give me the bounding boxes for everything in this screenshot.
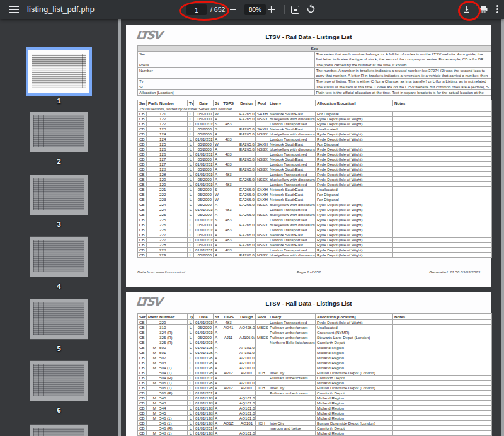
table-row: CB325 (R)L05/2000AAJ11AJ106.0AMBCSPullma… — [138, 335, 492, 340]
table-row: CB546 (1)L01/01/1989AAQ1ZAQ101ICHInterCi… — [138, 421, 492, 426]
table-header-row: SerPrefixNumberTyDateStTOPSDesignPoolLiv… — [138, 100, 492, 106]
more-options-button[interactable] — [495, 5, 500, 14]
main-scrollbar[interactable] — [501, 19, 504, 436]
zoom-in-button[interactable] — [267, 5, 276, 14]
rotate-icon — [306, 4, 316, 14]
key-table-header: Key — [138, 46, 491, 52]
table-row: CB324 (R)L01/01/2019APullman umber/cream… — [138, 330, 492, 335]
thumbnail-label: 3 — [30, 221, 88, 228]
table-row: CB546 (R)L01/01/2019Amaroon and beigeCar… — [138, 426, 492, 431]
key-row: SerThe series that each number belongs t… — [138, 52, 491, 62]
thumbnail-page-1[interactable] — [26, 47, 92, 96]
download-icon — [462, 5, 471, 14]
table-row: CB226L05/2000AEA266.0ANSSXblue/yellow wi… — [138, 222, 492, 227]
table-row: CBM548 (1)L01/01/1982AAQ101.0AMidland Re… — [138, 431, 492, 436]
table-row: CB129L05/2000AEA265.0ANSSXblue/yellow wi… — [138, 177, 492, 182]
menu-icon[interactable] — [9, 6, 19, 13]
thumbnail-page-6[interactable] — [30, 360, 88, 401]
thumbnail-page-3[interactable] — [30, 175, 88, 215]
thumbnail-page-image — [30, 175, 88, 215]
table-header-row: SerPrefixNumberTyDateStTOPSDesignPoolLiv… — [138, 314, 492, 320]
table-row: CB129L01/01/2019A483London Transport red… — [138, 182, 492, 187]
table-row: CB126L01/01/2019A483London Transport red… — [138, 152, 492, 157]
pdf-page-2: LTSV LTSV - Rail Data - Listings List Se… — [126, 292, 491, 436]
table-row: CB506 (R)L01/01/2019APullman umber/cream… — [138, 391, 492, 396]
thumbnail-page-image — [30, 236, 88, 277]
table-row: CB504 (1)L01/01/1989AAP1ZAP101ICHInterCi… — [138, 370, 492, 376]
table-row: CB229L01/01/2019A483London Transport red… — [138, 320, 492, 325]
thumbnail-page-7[interactable] — [30, 424, 88, 436]
pdf-viewer-toolbar: listing_list_pdf.php / 652 80% — [0, 0, 504, 19]
page-number-input[interactable] — [186, 4, 207, 15]
table-row: CB325 (R)L01/01/2019ANorthern Belle lake… — [138, 340, 492, 345]
zoom-level-value[interactable]: 80% — [244, 4, 266, 15]
fit-to-page-icon — [291, 6, 299, 14]
table-row: CB504 (R)L01/01/2019APullman umber/cream… — [138, 376, 492, 381]
table-row: CBM540L01/01/1982AAQ101.0AMidland Region — [138, 396, 492, 401]
thumbnail-page-image — [30, 360, 88, 401]
footer-generated: Generated: 21:56 03/03/2023 — [429, 270, 480, 274]
table-row: CB225L05/2000AEA266.0ANSSXblue/yellow wi… — [138, 212, 492, 217]
table-row: CB227L05/2000AEA266.0ANSSXNetwork SouthE… — [138, 232, 492, 238]
table-row: CB124L01/01/2019A483London Transport red… — [138, 137, 492, 142]
table-row: CB227L01/01/2019A483London Transport red… — [138, 238, 492, 243]
table-row: CB224L05/2000AEA266.0ANSSXblue/yellow wi… — [138, 202, 492, 207]
table-row: CB127L01/01/2019A483London Transport red… — [138, 162, 492, 167]
download-button[interactable] — [462, 5, 471, 14]
table-row: CB229L05/2000AEA266.0ANSSXblue/yellow wi… — [138, 253, 492, 258]
table-row: CBM500L01/01/1982AAP101.0AMidland Region — [138, 345, 492, 350]
thumbnail-page-5[interactable] — [30, 299, 88, 340]
fit-to-page-button[interactable] — [290, 5, 299, 14]
thumbnail-sidebar: 123456 — [0, 19, 118, 436]
table-row: CB223L05/2000WEA266.0ASAXHNetwork SouthE… — [138, 197, 492, 202]
table-row: CBM546 (1)L01/01/1982AAQ101.0AMidland Re… — [138, 416, 492, 421]
print-icon — [479, 5, 488, 14]
table-row: CB222L05/2000WEA266.0ASAXHNetwork SouthE… — [138, 192, 492, 197]
key-row: Allocation [Location]Plain text is the o… — [138, 90, 491, 96]
thumbnail-label: 4 — [30, 282, 88, 290]
thumbnail-page-2[interactable] — [30, 112, 88, 152]
table-row: CB128L01/01/2019A483London Transport red… — [138, 172, 492, 177]
minus-icon — [230, 9, 236, 10]
listings-table-page1: SerPrefixNumberTyDateStTOPSDesignPoolLiv… — [137, 100, 492, 258]
thumbnail-page-4[interactable] — [30, 236, 88, 277]
thumbnail-label: 1 — [30, 97, 88, 105]
table-row: CB122L05/2000AEA265.0ANSSXblue/yellow wi… — [138, 117, 492, 122]
document-heading: LTSV - Rail Data - Listings List — [126, 300, 491, 307]
key-row: TyThe type of listing. This is either C … — [138, 79, 491, 84]
key-row: StThe status of the item at this time. C… — [138, 84, 491, 90]
table-row: CB128L05/2000AEA265.0ANSSXNetwork SouthE… — [138, 167, 492, 172]
thumbnail-label: 2 — [30, 158, 88, 165]
table-row: CB225L01/01/2019S483London Transport red… — [138, 217, 492, 222]
table-row: CB506 (1)L01/01/1989AAP1ZAP101ICHInterCi… — [138, 386, 492, 391]
table-row: CB124L05/2000AEA265.0ANSSXblue/yellow wi… — [138, 132, 492, 137]
sidebar-scrollbar[interactable] — [118, 19, 121, 436]
table-row: CB122L01/01/2019S483London Transport red… — [138, 122, 492, 127]
table-row: CBM503L01/01/1982AAP101.0AMidland Region — [138, 360, 492, 365]
rotate-button[interactable] — [306, 4, 316, 14]
table-row: CB310L05/2000AAO41AO428.0AMBCSPullman um… — [138, 325, 492, 330]
table-row: CBM506 (1)L01/01/1982AAP101.0AMidland Re… — [138, 381, 492, 386]
pdf-page-1: LTSV LTSV - Rail Data - Listings List Ke… — [126, 25, 491, 287]
thumbnail-page-image — [30, 424, 88, 436]
table-row: CB228L05/2000AEA266.0ANSSXNetwork SouthE… — [138, 243, 492, 248]
key-table: KeySerThe series that each number belong… — [137, 45, 491, 96]
thumbnail-page-image — [30, 112, 88, 152]
table-row: CB125L05/2000WEA265.0ASAXHNetwork SouthE… — [138, 142, 492, 147]
document-heading: LTSV - Rail Data - Listings List — [126, 33, 491, 40]
key-row: PrefixThe prefix carried by the number a… — [138, 62, 491, 68]
table-row: CBM543L01/01/1982AAQ101.0AMidland Region — [138, 401, 492, 406]
key-row: NumberThe number. A number in brackets i… — [138, 68, 491, 79]
table-row: CB228L01/01/2019A483London Transport red… — [138, 248, 492, 253]
table-row: CB126L05/2000AEA265.0ANSSXblue/yellow wi… — [138, 147, 492, 152]
document-title: listing_list_pdf.php — [27, 5, 94, 14]
table-row: CB224L01/01/2019A483London Transport red… — [138, 207, 492, 212]
table-row: CBM544L01/01/1982AAQ101.0AMidland Region — [138, 406, 492, 411]
table-row: CBM545L01/01/1982AAQ101.0AMidland Region — [138, 411, 492, 416]
table-row: CBM504 (1)L01/01/1982AAP101.0AMidland Re… — [138, 365, 492, 370]
record-count-note: 25000 records, sorted by Number Series a… — [138, 106, 492, 112]
table-row: CB221L05/2000SEA266.0ASAXHNetwork SouthE… — [138, 187, 492, 192]
zoom-out-button[interactable] — [229, 5, 238, 14]
print-button[interactable] — [479, 5, 488, 14]
thumbnail-label: 6 — [30, 406, 88, 414]
